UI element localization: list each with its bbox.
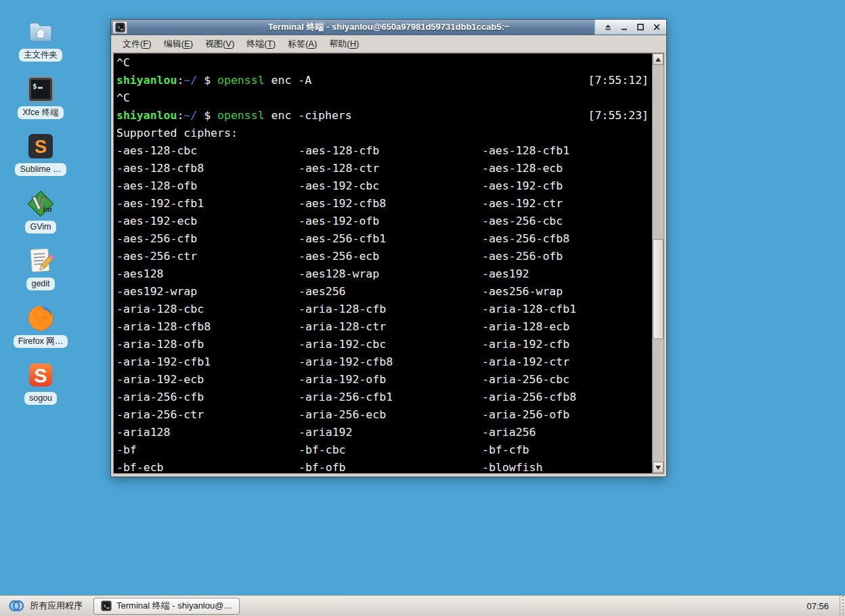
cipher-row: -aria-192-cfb1-aria-192-cfb8-aria-192-ct… [116,353,649,371]
svg-text:S: S [34,365,47,387]
clock: 07:56 [806,601,840,611]
cipher-row: -aes-192-cfb1-aes-192-cfb8-aes-192-ctr [116,195,649,213]
cipher-row: -aria-128-ofb-aria-192-cbc-aria-192-cfb [116,336,649,353]
desktop-icon-gvim[interactable]: VimGVim [9,188,72,246]
minimize-button[interactable] [620,23,628,31]
cipher-row: -bf-ecb-bf-ofb-blowfish [116,459,649,473]
desktop-icon-sublime[interactable]: SSublime … [9,131,72,188]
panel-handle[interactable] [840,596,845,616]
cipher-row: -aria128-aria192-aria256 [116,424,649,441]
scroll-down-button[interactable] [653,462,664,473]
terminal-prompt-line: shiyanlou:~/ $ openssl enc -ciphers[7:55… [116,107,649,125]
titlebar[interactable]: $ Terminal 终端 - shiyanlou@650a97981d5973… [111,20,666,35]
gvim-icon: Vim [25,188,56,219]
shade-button[interactable] [603,23,612,31]
menu-item-terminal[interactable]: 终端(T) [240,35,282,53]
desktop-icon-home-folder[interactable]: 主文件夹 [9,16,72,74]
cipher-row: -aria-128-cbc-aria-128-cfb-aria-128-cfb1 [116,301,649,318]
menu-item-edit[interactable]: 编辑(E) [158,35,199,53]
maximize-button[interactable] [636,23,645,31]
home-folder-icon [25,16,56,47]
cipher-row: -aria-256-ctr-aria-256-ecb-aria-256-ofb [116,406,649,424]
window-title: Terminal 终端 - shiyanlou@650a97981d59731d… [111,21,666,33]
menu-bar: 文件(F)编辑(E)视图(V)终端(T)标签(A)帮助(H) [111,35,666,53]
desktop-icon-label: Sublime … [15,163,66,176]
terminal-output-line: Supported ciphers: [116,125,649,142]
cipher-row: -aes-128-cbc-aes-128-cfb-aes-128-cfb1 [116,142,649,160]
menu-item-view[interactable]: 视图(V) [199,35,240,53]
taskbar: 所有应用程序 $ Terminal 终端 - shiyanlou@… 07:56 [0,595,845,616]
terminal-screen[interactable]: ^Cshiyanlou:~/ $ openssl enc -A[7:55:12]… [114,53,652,473]
sublime-icon: S [25,131,56,162]
desktop-icon-label: gedit [26,278,54,290]
svg-text:im: im [43,204,52,214]
desktop-icon-column: 主文件夹$Xfce 终端SSublime …VimGVimgeditFirefo… [9,16,72,417]
minimize-icon [620,23,628,31]
terminal-output-line: ^C [116,54,649,72]
all-applications-button[interactable]: 所有应用程序 [0,596,93,616]
shade-icon [604,23,612,31]
desktop-icon-label: Xfce 终端 [18,106,64,119]
menu-item-help[interactable]: 帮助(H) [323,35,365,53]
cipher-row: -aria-256-cfb-aria-256-cfb1-aria-256-cfb… [116,389,649,406]
cipher-row: -aes128-aes128-wrap-aes192 [116,265,649,283]
scrollbar-thumb[interactable] [653,239,664,339]
xfce-terminal-icon: $ [25,74,56,105]
cipher-row: -aes-256-ctr-aes-256-ecb-aes-256-ofb [116,248,649,265]
desktop-icon-label: Firefox 网… [14,335,68,348]
maximize-icon [636,23,645,31]
terminal-scrollbar[interactable] [652,53,664,473]
close-button[interactable] [652,23,661,31]
svg-text:S: S [35,137,47,157]
all-applications-label: 所有应用程序 [30,600,83,612]
desktop-icon-sogou[interactable]: Ssogou [9,359,72,417]
arrow-down-icon [655,466,661,470]
cipher-row: -aes192-wrap-aes256-aes256-wrap [116,283,649,301]
menu-item-tabs[interactable]: 标签(A) [282,35,323,53]
cipher-row: -aes-256-cfb-aes-256-cfb1-aes-256-cfb8 [116,230,649,248]
svg-text:$: $ [104,603,106,608]
cipher-row: -bf-bf-cbc-bf-cfb [116,441,649,459]
window-menu-button[interactable]: $ [112,21,127,34]
terminal-icon: $ [101,600,112,611]
gedit-icon [25,245,56,276]
menu-item-file[interactable]: 文件(F) [116,35,158,53]
desktop-icon-firefox[interactable]: Firefox 网… [9,303,72,360]
taskbar-window-button[interactable]: $ Terminal 终端 - shiyanlou@… [93,598,240,615]
cipher-row: -aes-128-ofb-aes-192-cbc-aes-192-cfb [116,177,649,195]
scroll-up-button[interactable] [653,53,664,65]
terminal-output-line: ^C [116,89,649,107]
firefox-icon [25,303,56,334]
cipher-row: -aria-192-ecb-aria-192-ofb-aria-256-cbc [116,371,649,389]
desktop-icon-gedit[interactable]: gedit [9,245,72,303]
cipher-row: -aes-192-ecb-aes-192-ofb-aes-256-cbc [116,213,649,230]
launcher-circles-icon [8,598,24,614]
close-icon [653,23,661,31]
desktop-icon-label: GVim [25,221,56,234]
window-frame: ^Cshiyanlou:~/ $ openssl enc -A[7:55:12]… [111,53,666,477]
cipher-row: -aes-128-cfb8-aes-128-ctr-aes-128-ecb [116,160,649,177]
cipher-row: -aria-128-cfb8-aria-128-ctr-aria-128-ecb [116,318,649,336]
desktop-icon-label: 主文件夹 [19,49,62,62]
taskbar-window-label: Terminal 终端 - shiyanlou@… [116,600,232,612]
terminal-window: $ Terminal 终端 - shiyanlou@650a97981d5973… [110,19,667,477]
svg-text:$: $ [32,82,37,91]
desktop-icon-xfce-terminal[interactable]: $Xfce 终端 [9,74,72,131]
desktop-icon-label: sogou [24,392,57,405]
window-controls [594,20,666,35]
terminal-icon: $ [115,22,125,32]
terminal-prompt-line: shiyanlou:~/ $ openssl enc -A[7:55:12] [116,72,649,89]
sogou-icon: S [25,359,56,391]
arrow-up-icon [655,58,661,62]
